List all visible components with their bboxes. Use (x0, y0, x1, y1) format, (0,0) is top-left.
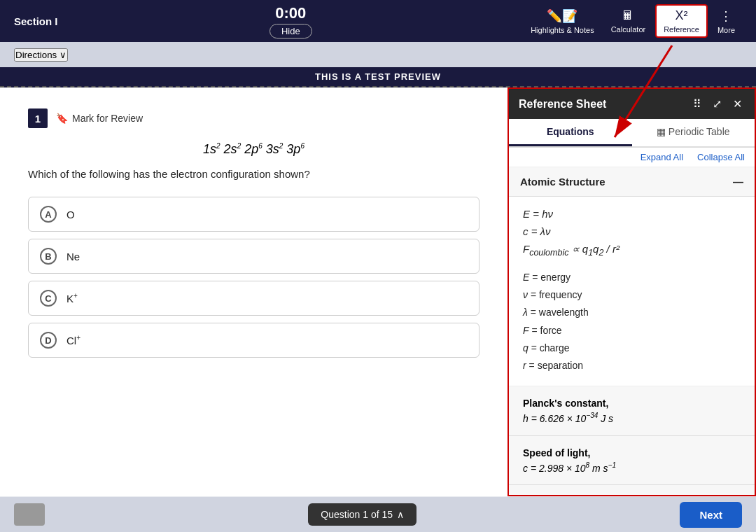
answer-option-c[interactable]: C K+ (28, 281, 479, 316)
option-text-c: K+ (66, 292, 78, 304)
directions-button[interactable]: Directions ∨ (14, 48, 68, 62)
table-icon: ▦ (657, 126, 668, 137)
bottom-right: Next (680, 502, 742, 528)
reference-sheet-panel: Reference Sheet ⠿ ⤢ ✕ Equations ▦ Period… (507, 88, 756, 496)
chevron-up-icon: ∧ (397, 509, 404, 520)
option-text-d: Cl+ (66, 334, 80, 346)
expand-collapse-row: Expand All Collapse All (509, 148, 755, 167)
planck-title: Planck's constant, (523, 398, 741, 409)
section-label: Section I (14, 15, 58, 27)
option-text-b: Ne (66, 251, 80, 262)
planck-constant-block: Planck's constant, h = 6.626 × 10−34 J s (509, 386, 755, 436)
avogadro-block: Avogadro's number = 6.022 × 1023 mol−1 (509, 485, 755, 495)
hide-button[interactable]: Hide (270, 24, 312, 38)
tab-periodic-table[interactable]: ▦ Periodic Table (632, 119, 755, 146)
tab-equations[interactable]: Equations (509, 119, 632, 146)
atomic-structure-content: E = hν c = λν Fcoulombic ∝ q1q2 / r² E =… (509, 197, 755, 386)
highlights-notes-button[interactable]: ✏️📝 Highlights & Notes (524, 6, 601, 37)
reference-content[interactable]: Atomic Structure — E = hν c = λν Fcoulom… (509, 167, 755, 495)
question-panel: 1 🔖 Mark for Review 1s2 2s2 2p6 3s2 3p6 … (0, 88, 507, 496)
grid-icon-button[interactable]: ⠿ (690, 96, 704, 112)
reference-button[interactable]: X² Reference (655, 4, 708, 38)
option-letter-c: C (40, 290, 57, 307)
def-separation: r = separation (523, 357, 741, 374)
question-counter-button[interactable]: Question 1 of 15 ∧ (308, 503, 416, 526)
option-letter-d: D (40, 332, 57, 349)
user-avatar (14, 503, 45, 526)
main-content-area: 1 🔖 Mark for Review 1s2 2s2 2p6 3s2 3p6 … (0, 88, 756, 496)
grid-icon: ⠿ (693, 98, 701, 110)
expand-all-button[interactable]: Expand All (640, 152, 683, 162)
speed-light-title: Speed of light, (523, 447, 741, 458)
question-counter-text: Question 1 of 15 (321, 509, 393, 520)
speed-light-value: c = 2.998 × 108 m s−1 (523, 461, 741, 474)
highlights-notes-icon: ✏️📝 (547, 8, 578, 24)
calculator-button[interactable]: 🖩 Calculator (604, 6, 653, 36)
reference-icon: X² (676, 8, 688, 23)
question-header-row: 1 🔖 Mark for Review (28, 108, 479, 128)
definitions-block: E = energy ν = frequency λ = wavelength … (523, 269, 741, 374)
question-number-badge: 1 (28, 108, 48, 128)
reference-sheet-title: Reference Sheet (519, 98, 606, 111)
expand-icon: ⤢ (713, 98, 722, 110)
mark-for-review-button[interactable]: 🔖 Mark for Review (56, 113, 143, 124)
def-force: F = force (523, 322, 741, 340)
electron-configuration: 1s2 2s2 2p6 3s2 3p6 (28, 142, 479, 157)
close-icon: ✕ (733, 98, 742, 110)
answer-option-d[interactable]: D Cl+ (28, 323, 479, 358)
bottom-center: Question 1 of 15 ∧ (308, 503, 416, 526)
option-letter-b: B (40, 248, 57, 265)
equation-coulombic: Fcoulombic ∝ q1q2 / r² (523, 243, 741, 258)
calculator-icon: 🖩 (622, 8, 634, 23)
answer-option-b[interactable]: B Ne (28, 239, 479, 274)
collapse-all-button[interactable]: Collapse All (697, 152, 745, 162)
def-frequency: ν = frequency (523, 286, 741, 304)
reference-tabs: Equations ▦ Periodic Table (509, 119, 755, 148)
collapse-section-icon: — (733, 176, 743, 188)
question-text: Which of the following has the electron … (28, 168, 479, 180)
close-ref-button[interactable]: ✕ (730, 96, 745, 112)
bottom-bar: Question 1 of 15 ∧ Next (0, 497, 756, 532)
option-text-a: O (66, 209, 75, 220)
def-wavelength: λ = wavelength (523, 304, 741, 321)
more-button[interactable]: ⋮ More (710, 6, 742, 37)
bottom-left-area (14, 503, 45, 526)
def-energy: E = energy (523, 269, 741, 286)
chevron-down-icon: ∨ (59, 50, 66, 60)
expand-icon-button[interactable]: ⤢ (710, 96, 724, 112)
def-charge: q = charge (523, 340, 741, 357)
equations-block: E = hν c = λν Fcoulombic ∝ q1q2 / r² (523, 208, 741, 258)
timer-area: 0:00 Hide (270, 4, 312, 38)
answer-option-a[interactable]: A O (28, 197, 479, 232)
bookmark-icon: 🔖 (56, 113, 68, 124)
next-button[interactable]: Next (680, 502, 742, 528)
planck-value: h = 6.626 × 10−34 J s (523, 412, 741, 424)
option-letter-a: A (40, 206, 57, 223)
directions-bar: Directions ∨ (0, 42, 756, 67)
equation-energy: E = hν (523, 208, 741, 220)
more-icon: ⋮ (720, 8, 732, 24)
speed-light-block: Speed of light, c = 2.998 × 108 m s−1 (509, 436, 755, 486)
reference-header-controls: ⠿ ⤢ ✕ (690, 96, 745, 112)
preview-banner: THIS IS A TEST PREVIEW (0, 67, 756, 88)
timer-display: 0:00 (275, 4, 306, 22)
reference-sheet-header: Reference Sheet ⠿ ⤢ ✕ (509, 89, 755, 119)
equation-light: c = λν (523, 225, 741, 237)
top-navigation: Section I 0:00 Hide ✏️📝 Highlights & Not… (0, 0, 756, 42)
atomic-structure-header[interactable]: Atomic Structure — (509, 167, 755, 197)
tool-buttons: ✏️📝 Highlights & Notes 🖩 Calculator X² R… (524, 4, 742, 38)
